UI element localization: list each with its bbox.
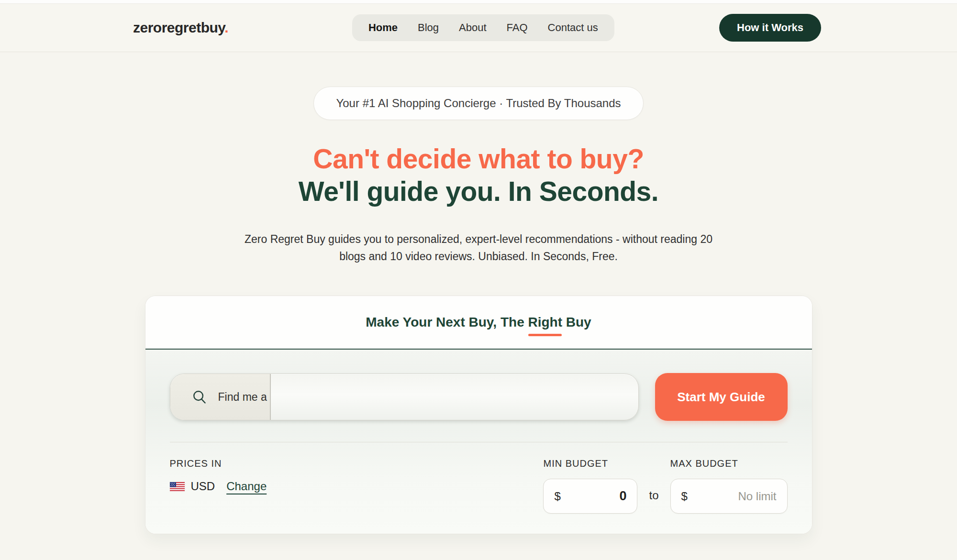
search-prefix-segment: Find me a	[170, 374, 271, 420]
hero-heading: Can't decide what to buy? We'll guide yo…	[0, 143, 957, 208]
budget-separator: to	[649, 489, 658, 514]
min-budget-label: MIN BUDGET	[543, 458, 637, 469]
max-budget-placeholder: No limit	[738, 490, 776, 503]
finder-card: Make Your Next Buy, The Right Buy Find m…	[145, 296, 812, 534]
how-it-works-button[interactable]: How it Works	[719, 14, 821, 42]
nav-item-contact[interactable]: Contact us	[548, 22, 598, 34]
prices-in-label: PRICES IN	[170, 458, 267, 469]
start-my-guide-button[interactable]: Start My Guide	[655, 373, 788, 421]
hero-heading-line2: We'll guide you. In Seconds.	[0, 175, 957, 208]
logo[interactable]: zeroregretbuy.	[133, 20, 228, 36]
change-currency-link[interactable]: Change	[226, 480, 267, 493]
max-currency-symbol: $	[681, 490, 688, 503]
prices-in-section: PRICES IN	[170, 458, 267, 493]
hero-subtext: Zero Regret Buy guides you to personaliz…	[0, 231, 957, 265]
finder-card-body: Find me a Start My Guide PRICES IN	[145, 350, 812, 534]
finder-card-title: Make Your Next Buy, The Right Buy	[145, 296, 812, 350]
nav-item-blog[interactable]: Blog	[418, 22, 439, 34]
nav-item-faq[interactable]: FAQ	[507, 22, 528, 34]
currency-code: USD	[191, 480, 215, 493]
max-budget-label: MAX BUDGET	[670, 458, 788, 469]
top-strip	[0, 0, 957, 4]
main-nav: Home Blog About FAQ Contact us	[352, 14, 614, 41]
hero-section: Your #1 AI Shopping Concierge · Trusted …	[0, 87, 957, 534]
hero-heading-line1: Can't decide what to buy?	[0, 143, 957, 175]
min-budget-value: 0	[619, 489, 626, 504]
nav-item-about[interactable]: About	[459, 22, 487, 34]
search-prefix-label: Find me a	[218, 391, 267, 404]
finder-title-prefix: Make Your Next Buy, The	[366, 315, 528, 330]
search-icon	[191, 389, 208, 405]
min-budget-input[interactable]: $ 0	[543, 479, 637, 514]
trust-badge: Your #1 AI Shopping Concierge · Trusted …	[313, 87, 643, 120]
hero-subtext-line1: Zero Regret Buy guides you to personaliz…	[245, 233, 712, 245]
product-search-bar[interactable]: Find me a	[170, 373, 639, 420]
card-divider	[170, 442, 788, 442]
budget-section: MIN BUDGET $ 0 to MAX BUDGET $ No limit	[543, 458, 787, 514]
us-flag-icon	[170, 482, 185, 492]
hero-subtext-line2: blogs and 10 video reviews. Unbiased. In…	[339, 250, 618, 263]
finder-title-suffix: Buy	[562, 315, 591, 330]
min-currency-symbol: $	[554, 490, 560, 503]
logo-dot: .	[224, 20, 228, 35]
product-search-input[interactable]	[271, 374, 638, 420]
logo-text: zeroregretbuy	[133, 20, 224, 35]
nav-item-home[interactable]: Home	[368, 22, 398, 34]
finder-title-highlight: Right	[528, 315, 562, 330]
site-header: zeroregretbuy. Home Blog About FAQ Conta…	[0, 4, 957, 52]
max-budget-input[interactable]: $ No limit	[670, 479, 788, 514]
